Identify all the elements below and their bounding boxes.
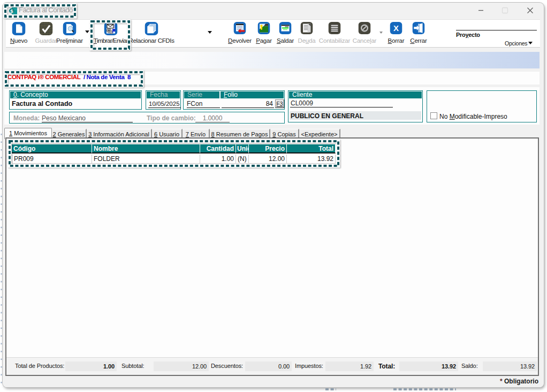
- svg-text:X: X: [393, 24, 399, 33]
